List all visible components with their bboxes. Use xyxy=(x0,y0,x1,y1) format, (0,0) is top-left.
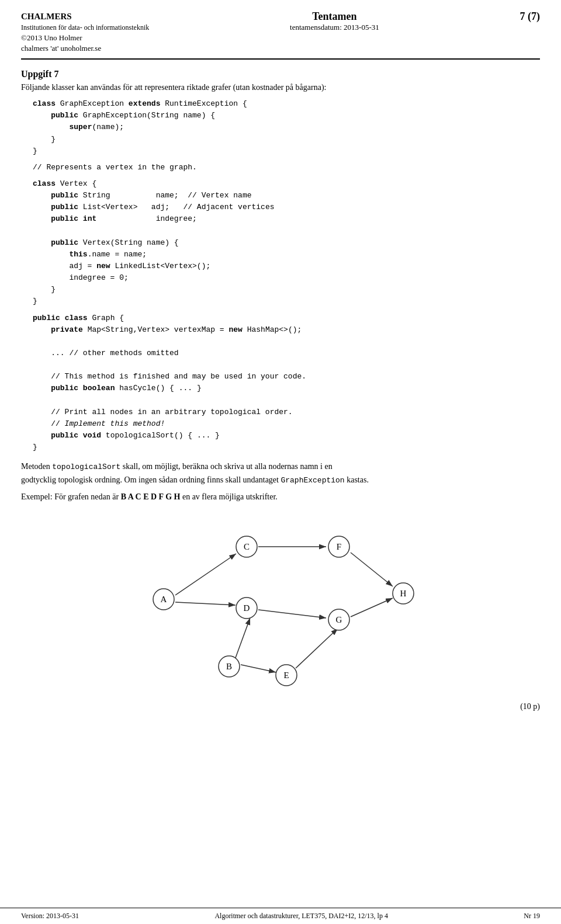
description-block: Metoden topologicalSort skall, om möjlig… xyxy=(21,460,540,503)
desc-line1a: Metoden xyxy=(21,462,52,471)
edge-b-d xyxy=(235,618,250,659)
copyright-text: ©2013 Uno Holmer xyxy=(21,33,149,43)
node-d-label: D xyxy=(244,603,250,613)
node-g-label: G xyxy=(336,615,342,624)
node-c-label: C xyxy=(244,542,250,551)
node-f-label: F xyxy=(337,542,341,551)
edge-f-h xyxy=(351,553,393,586)
node-h-label: H xyxy=(400,589,407,598)
chalmers-logo: CHALMERS xyxy=(21,11,149,23)
desc-line3b: en av flera möjliga utskrifter. xyxy=(180,492,277,501)
task-intro: Följande klasser kan användas för att re… xyxy=(21,83,540,92)
desc-line2a: godtycklig topologisk ordning. Om ingen … xyxy=(21,475,280,484)
exam-title: Tentamen xyxy=(290,11,379,23)
node-a-label: A xyxy=(161,595,167,604)
code-block-3: public class Graph { private Map<String,… xyxy=(33,312,540,454)
header-center: Tentamen tentamensdatum: 2013-05-31 xyxy=(290,11,379,32)
website-text: chalmers 'at' unoholmer.se xyxy=(21,43,149,54)
edge-d-g xyxy=(258,610,326,618)
edge-a-c xyxy=(175,554,236,595)
example-order: B A C E D F G H xyxy=(121,492,181,501)
method-name: topologicalSort xyxy=(52,463,120,471)
code-block-2: class Vertex { public String name; // Ve… xyxy=(33,178,540,308)
task-title: Uppgift 7 xyxy=(21,69,540,79)
page-header: CHALMERS Institutionen för data- och inf… xyxy=(21,11,540,60)
points-note: (10 p) xyxy=(21,702,540,711)
header-left: CHALMERS Institutionen för data- och inf… xyxy=(21,11,149,54)
edge-g-h xyxy=(351,598,393,617)
desc-line3a: Exempel: För grafen nedan är xyxy=(21,492,121,501)
exam-date: tentamensdatum: 2013-05-31 xyxy=(290,23,379,32)
page-number: 7 (7) xyxy=(520,11,540,23)
edge-e-g xyxy=(296,628,338,668)
node-b-label: B xyxy=(226,662,232,671)
footer-page: Nr 19 xyxy=(524,912,540,920)
page-footer: Version: 2013-05-31 Algoritmer och datas… xyxy=(0,908,561,924)
desc-line1b: skall, om möjligt, beräkna och skriva ut… xyxy=(120,462,332,471)
graph-svg: A C D B E F G H xyxy=(117,517,444,693)
graph-diagram: A C D B E F G H xyxy=(21,517,540,693)
node-e-label: E xyxy=(283,671,289,680)
footer-version: Version: 2013-05-31 xyxy=(21,912,79,920)
exception-name: GraphException xyxy=(280,476,344,485)
institution-name: Institutionen för data- och informations… xyxy=(21,23,149,33)
desc-line2b: kastas. xyxy=(345,475,369,484)
edge-b-e xyxy=(241,665,276,672)
code-block-1: class GraphException extends RuntimeExce… xyxy=(33,98,540,157)
edge-a-d xyxy=(175,602,236,605)
footer-course: Algoritmer och datastrukturer, LET375, D… xyxy=(214,912,388,920)
code-comment-1: // Represents a vertex in the graph. xyxy=(33,162,540,173)
